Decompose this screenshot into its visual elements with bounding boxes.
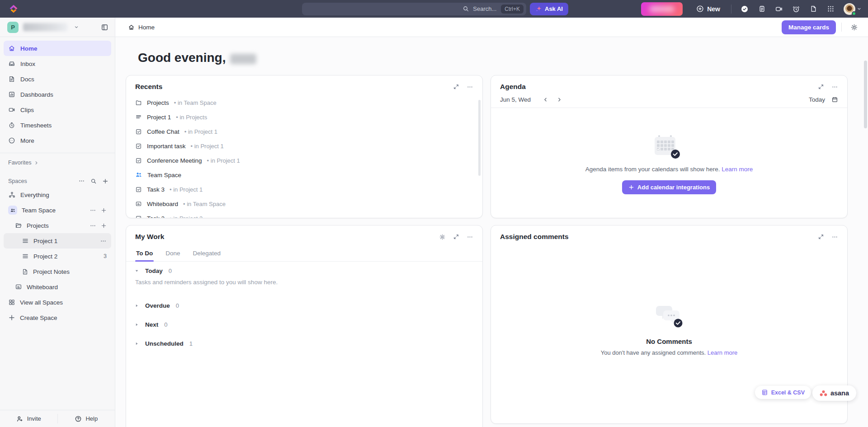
sidebar-item-projects-folder[interactable]: Projects: [4, 218, 111, 233]
sidebar-item-project-2[interactable]: Project 2 3: [4, 249, 111, 264]
sidebar-item-dashboards[interactable]: Dashboards: [4, 87, 111, 102]
chevron-right-icon[interactable]: [557, 97, 562, 103]
add-icon[interactable]: [101, 207, 107, 213]
section-today[interactable]: Today 0: [126, 262, 482, 277]
list-item[interactable]: Conference Meeting • in Project 1: [126, 153, 482, 168]
ellipsis-icon[interactable]: [90, 222, 96, 229]
sidebar-item-view-all-spaces[interactable]: View all Spaces: [4, 295, 111, 310]
list-item[interactable]: Task 2 • in Project 2: [126, 211, 482, 218]
ellipsis-icon[interactable]: [90, 207, 96, 214]
list-item[interactable]: Important task • in Project 1: [126, 139, 482, 153]
workspace-name-redacted: [23, 23, 67, 31]
section-unscheduled[interactable]: Unscheduled 1: [126, 334, 482, 350]
settings-button[interactable]: [847, 20, 861, 34]
caret-down-icon: [134, 268, 139, 273]
clips-icon: [8, 106, 15, 113]
ask-ai-button[interactable]: Ask AI: [530, 3, 568, 15]
search-spaces-icon[interactable]: [90, 178, 97, 184]
sidebar-item-project-1[interactable]: Project 1: [4, 233, 111, 249]
document-icon: [810, 5, 817, 13]
docs-quick-button[interactable]: [806, 2, 821, 16]
import-asana-button[interactable]: asana: [812, 385, 856, 401]
ellipsis-icon[interactable]: [831, 84, 838, 90]
alarm-clock-icon: [792, 5, 800, 13]
new-button[interactable]: New: [691, 5, 726, 13]
agenda-date-bar: Jun 5, Wed Today: [491, 94, 847, 108]
sidebar-item-team-space[interactable]: Team Space: [4, 202, 111, 218]
reminders-button[interactable]: [788, 2, 804, 16]
help-button[interactable]: Help: [58, 410, 115, 427]
sidebar-divider: [0, 153, 115, 153]
add-space-icon[interactable]: [102, 178, 108, 184]
tab-delegated[interactable]: Delegated: [192, 247, 222, 261]
calendar-icon[interactable]: [831, 96, 838, 103]
list-item[interactable]: Projects • in Team Space: [126, 95, 482, 110]
manage-cards-button[interactable]: Manage cards: [782, 20, 836, 34]
invite-button[interactable]: Invite: [0, 410, 57, 427]
sidebar-item-inbox[interactable]: Inbox: [4, 56, 111, 71]
sidebar-item-whiteboard[interactable]: Whiteboard: [4, 279, 111, 295]
add-icon[interactable]: [101, 223, 107, 229]
home-icon: [8, 45, 15, 52]
sidebar-item-label: Home: [20, 45, 38, 52]
add-calendar-integrations-button[interactable]: Add calendar integrations: [622, 180, 716, 194]
sidebar-item-timesheets[interactable]: Timesheets: [4, 117, 111, 133]
list-item[interactable]: Project 1 • in Projects: [126, 110, 482, 124]
sidebar-item-clips[interactable]: Clips: [4, 102, 111, 117]
chevron-left-icon[interactable]: [542, 97, 548, 103]
card-scrollbar[interactable]: [478, 100, 481, 176]
sidebar-item-label: Dashboards: [20, 91, 53, 98]
expand-icon[interactable]: [818, 84, 824, 90]
section-next[interactable]: Next 0: [126, 315, 482, 331]
list-item[interactable]: Whiteboard • in Team Space: [126, 197, 482, 211]
ellipsis-icon[interactable]: [467, 234, 473, 240]
sidebar-item-more[interactable]: More: [4, 133, 111, 148]
workspace-avatar: P: [7, 22, 19, 33]
plus-icon: [628, 184, 634, 190]
task-icon: [135, 186, 142, 193]
learn-more-link[interactable]: Learn more: [708, 349, 737, 356]
tab-done[interactable]: Done: [165, 247, 181, 261]
clickup-logo-icon[interactable]: [8, 4, 19, 14]
expand-icon[interactable]: [453, 234, 459, 240]
scrollbar-thumb[interactable]: [864, 61, 867, 128]
list-item[interactable]: Task 3 • in Project 1: [126, 182, 482, 197]
breadcrumb[interactable]: Home: [128, 24, 155, 31]
gear-icon[interactable]: [439, 234, 446, 240]
card-title: My Work: [135, 233, 164, 241]
today-button[interactable]: Today: [809, 96, 825, 103]
account-menu[interactable]: [844, 3, 862, 15]
learn-more-link[interactable]: Learn more: [722, 166, 753, 173]
workspace-switcher[interactable]: P: [0, 18, 115, 37]
upgrade-button[interactable]: [641, 2, 683, 16]
ellipsis-icon[interactable]: [78, 178, 85, 184]
tab-to-do[interactable]: To Do: [135, 247, 154, 261]
sidebar-item-project-notes[interactable]: Project Notes: [4, 264, 111, 279]
search-input[interactable]: Search... Ctrl+K: [302, 3, 526, 15]
list-item[interactable]: Coffee Chat • in Project 1: [126, 124, 482, 139]
my-tasks-button[interactable]: [737, 2, 752, 16]
sidebar-item-home[interactable]: Home: [4, 41, 111, 56]
import-excel-csv-button[interactable]: Excel & CSV: [755, 386, 811, 399]
expand-icon[interactable]: [453, 84, 459, 90]
list-icon: [22, 237, 29, 244]
collapse-sidebar-icon[interactable]: [101, 23, 108, 31]
notepad-button[interactable]: [754, 2, 769, 16]
calendar-illustration: [652, 131, 686, 161]
list-item[interactable]: Team Space: [126, 168, 482, 182]
apps-grid-button[interactable]: [823, 2, 838, 16]
notepad-icon: [758, 5, 766, 13]
favorites-toggle[interactable]: Favorites: [0, 158, 115, 168]
plus-circle-icon: [696, 5, 704, 13]
ellipsis-icon[interactable]: [100, 238, 107, 244]
sidebar-item-create-space[interactable]: Create Space: [4, 310, 111, 325]
ellipsis-icon[interactable]: [467, 84, 473, 90]
sidebar: P Home Inbox: [0, 18, 115, 427]
section-overdue[interactable]: Overdue 0: [126, 296, 482, 312]
page-scrollbar[interactable]: [863, 37, 868, 427]
topbar-separator: [731, 5, 731, 14]
sidebar-item-docs[interactable]: Docs: [4, 71, 111, 87]
sidebar-item-everything[interactable]: Everything: [4, 187, 111, 202]
record-clip-button[interactable]: [771, 2, 787, 16]
page-title: Good evening,: [138, 51, 868, 65]
